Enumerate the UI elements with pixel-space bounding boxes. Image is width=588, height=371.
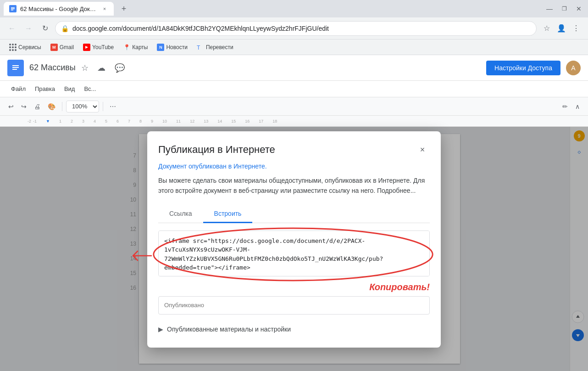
close-button[interactable]: ✕ [573, 5, 584, 12]
ruler-mark: 6 [116, 119, 119, 124]
print-icon: 🖨 [34, 103, 40, 110]
undo-icon: ↩ [8, 103, 14, 110]
forward-button[interactable]: → [22, 22, 35, 35]
profile-icon: 👤 [557, 24, 566, 33]
ruler-mark: 9 [151, 119, 153, 124]
back-icon: ← [8, 24, 16, 33]
more-menu-button[interactable]: ⋮ [570, 22, 582, 35]
comments-icon: 💬 [115, 63, 125, 73]
bookmark-star-button[interactable]: ☆ [540, 22, 553, 35]
address-text: docs.google.com/document/d/1A84DkK9tfJCB… [72, 25, 531, 32]
ruler-mark: 15 [231, 119, 236, 124]
share-button[interactable]: Настройки Доступа [486, 61, 560, 75]
dialog-tabs: Ссылка Встроить [158, 205, 430, 223]
bookmark-youtube[interactable]: ▶ YouTube [79, 42, 117, 53]
paint-format-button[interactable]: 🎨 [45, 100, 58, 113]
docs-cloud-icon: ☁ [94, 61, 109, 75]
dialog-close-button[interactable]: × [415, 142, 430, 157]
ruler-mark: 14 [217, 119, 222, 124]
translate-label: Перевести [206, 44, 233, 51]
bookmarks-bar: Сервисы M Gmail ▶ YouTube 📍 Карты N Ново… [0, 39, 588, 55]
ruler-mark: 3 [82, 119, 84, 124]
bookmark-services[interactable]: Сервисы [6, 42, 45, 53]
bookmark-gmail[interactable]: M Gmail [47, 42, 78, 53]
dialog-title: Публикация в Интернете [158, 144, 275, 156]
undo-button[interactable]: ↩ [6, 100, 17, 113]
svg-rect-8 [12, 69, 17, 70]
bookmark-translate[interactable]: T Перевести [193, 42, 237, 53]
youtube-label: YouTube [92, 44, 114, 51]
ruler-mark: 5 [105, 119, 107, 124]
main-content: 7 8 9 10 11 12 13 14 15 16 Для изуч... [0, 127, 588, 371]
docs-comments-button[interactable]: 💬 [112, 61, 127, 75]
menu-file[interactable]: Файл [7, 84, 29, 94]
embed-code-wrapper: <iframe src="https://docs.google.com/doc… [158, 230, 430, 278]
ruler-mark: 11 [176, 119, 181, 124]
docs-star-icon[interactable]: ☆ [81, 63, 89, 73]
svg-rect-1 [11, 7, 15, 8]
zoom-select[interactable]: 100% 75% 125% 150% [66, 101, 99, 112]
cloud-icon: ☁ [97, 63, 105, 73]
bookmark-news[interactable]: N Новости [153, 42, 191, 53]
more-toolbar-button[interactable]: ⋯ [107, 100, 119, 113]
docs-logo [7, 60, 24, 76]
tab-favicon [9, 5, 17, 12]
more-toolbar-icon: ⋯ [110, 103, 116, 110]
tab-embed[interactable]: Встроить [203, 205, 253, 223]
ruler-mark: 12 [190, 119, 194, 124]
address-bar[interactable]: 🔒 docs.google.com/document/d/1A84DkK9tfJ… [55, 21, 537, 36]
docs-toolbar: ↩ ↪ 🖨 🎨 100% 75% 125% 150% ⋯ ✏ ∧ [0, 97, 588, 116]
back-button[interactable]: ← [6, 22, 18, 35]
tab-close-button[interactable]: × [101, 5, 108, 12]
expand-section[interactable]: ▶ Опубликованные материалы и настройки [158, 322, 430, 337]
svg-rect-3 [11, 10, 13, 11]
ruler-mark: 18 [272, 119, 277, 124]
arrow-annotation [131, 249, 154, 263]
ruler: -2 -1 ▼ 1 2 3 4 5 6 7 8 9 10 11 12 13 14… [0, 116, 588, 127]
more-icon: ⋮ [572, 24, 580, 33]
new-tab-button[interactable]: + [117, 2, 130, 15]
redo-icon: ↪ [21, 103, 27, 110]
reload-button[interactable]: ↻ [39, 22, 51, 35]
chevron-up-icon: ∧ [575, 103, 580, 110]
print-button[interactable]: 🖨 [31, 100, 43, 113]
bookmark-maps[interactable]: 📍 Карты [119, 42, 151, 53]
ruler-mark: 7 [128, 119, 130, 124]
collapse-toolbar-button[interactable]: ∧ [572, 100, 582, 113]
maps-icon: 📍 [123, 44, 130, 51]
user-avatar[interactable]: А [566, 61, 581, 75]
reload-icon: ↻ [42, 24, 48, 33]
embed-code-textarea[interactable]: <iframe src="https://docs.google.com/doc… [158, 230, 430, 276]
news-icon: N [157, 44, 164, 51]
expand-icon: ▶ [158, 326, 163, 333]
redo-button[interactable]: ↪ [18, 100, 29, 113]
app-area: 62 Массивы ☆ ☁ 💬 Настройки Доступа А Фай… [0, 55, 588, 371]
services-grid-icon [9, 44, 17, 51]
lock-icon: 🔒 [61, 25, 69, 32]
ruler-mark: 4 [94, 119, 96, 124]
published-input[interactable] [158, 296, 430, 315]
tab-link[interactable]: Ссылка [158, 205, 203, 223]
browser-toolbar-icons: ☆ 👤 ⋮ [540, 22, 582, 35]
menu-insert[interactable]: Вс... [80, 84, 100, 94]
svg-rect-7 [12, 67, 19, 68]
toolbar-separator-2 [103, 102, 103, 111]
ruler-mark: 17 [259, 119, 263, 124]
tab-title: 62 Массивы - Google Докумен... [20, 6, 97, 12]
expand-label: Опубликованные материалы и настройки [167, 326, 291, 333]
browser-tab[interactable]: 62 Массивы - Google Докумен... × [4, 2, 114, 16]
profile-button[interactable]: 👤 [555, 22, 568, 35]
menu-edit[interactable]: Правка [31, 84, 59, 94]
copy-annotation: Копировать! [158, 282, 430, 292]
maximize-button[interactable]: ❐ [559, 6, 570, 12]
edit-mode-button[interactable]: ✏ [560, 100, 571, 113]
menu-view[interactable]: Вид [61, 84, 79, 94]
dialog-published-link[interactable]: Документ опубликован в Интернете. [158, 163, 430, 170]
publish-dialog: Публикация в Интернете × Документ опубли… [147, 131, 441, 348]
docs-header-icons: ☁ 💬 [94, 61, 127, 75]
paint-format-icon: 🎨 [48, 103, 55, 110]
ruler-marker: ▼ [46, 119, 50, 124]
svg-rect-2 [11, 9, 15, 10]
docs-title: 62 Массивы [29, 63, 76, 73]
minimize-button[interactable]: — [544, 5, 555, 12]
